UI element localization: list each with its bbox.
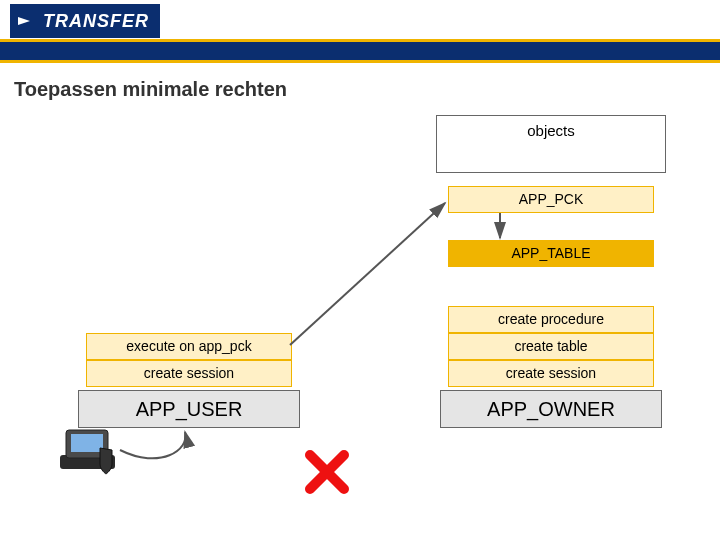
divider xyxy=(0,60,720,63)
header-bar xyxy=(0,42,720,60)
slide-title: Toepassen minimale rechten xyxy=(14,78,287,101)
perm-create-session-user: create session xyxy=(86,360,292,387)
perm-create-session-owner: create session xyxy=(448,360,654,387)
object-app-pck: APP_PCK xyxy=(448,186,654,213)
brand-logo: TRANSFER xyxy=(10,4,160,38)
svg-rect-2 xyxy=(71,434,103,452)
perm-create-table: create table xyxy=(448,333,654,360)
perm-create-procedure: create procedure xyxy=(448,306,654,333)
role-app-owner: APP_OWNER xyxy=(440,390,662,428)
object-app-table: APP_TABLE xyxy=(448,240,654,267)
svg-line-3 xyxy=(310,455,344,489)
brand-text: TRANSFER xyxy=(43,11,149,32)
svg-line-4 xyxy=(310,455,344,489)
perm-execute-on-app-pck: execute on app_pck xyxy=(86,333,292,360)
objects-label: objects xyxy=(527,122,575,139)
role-app-user: APP_USER xyxy=(78,390,300,428)
arrow-icon xyxy=(18,17,40,25)
svg-rect-1 xyxy=(66,430,108,458)
objects-box: objects xyxy=(436,115,666,173)
svg-rect-0 xyxy=(60,455,115,469)
